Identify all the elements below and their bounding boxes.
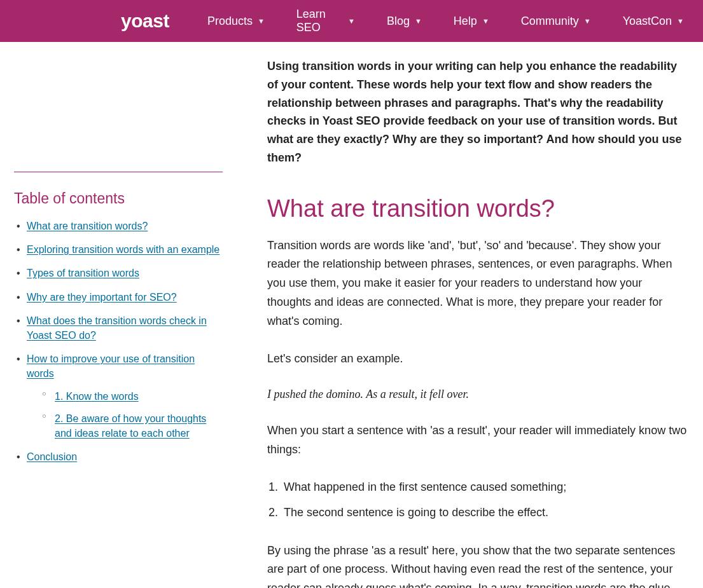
paragraph: By using the phrase 'as a result' here, … [267,542,689,588]
nav-label: Products [207,15,253,28]
toc-subitem: 2. Be aware of how your thoughts and ide… [42,411,223,441]
primary-nav: Products ▼ Learn SEO ▼ Blog ▼ Help ▼ Com… [207,8,684,34]
toc-link-types[interactable]: Types of transition words [27,268,139,278]
toc-link-conclusion[interactable]: Conclusion [27,451,77,462]
nav-label: Learn SEO [296,8,343,34]
nav-label: YoastCon [623,15,672,28]
toc-sublist: 1. Know the words 2. Be aware of how you… [27,389,223,441]
toc-item: What does the transition words check in … [14,313,223,343]
toc-item: Why are they important for SEO? [14,290,223,304]
section-heading: What are transition words? [267,195,689,222]
toc-item: Exploring transition words with an examp… [14,242,223,257]
toc-sidebar: Table of contents What are transition wo… [14,57,223,588]
toc-item: What are transition words? [14,219,223,233]
intro-paragraph: Using transition words in your writing c… [267,57,689,167]
numbered-list: What happened in the first sentence caus… [267,478,689,522]
toc-list: What are transition words? Exploring tra… [14,219,223,464]
nav-blog[interactable]: Blog ▼ [387,8,422,34]
chevron-down-icon: ▼ [677,17,684,25]
page-container: Table of contents What are transition wo… [0,42,703,588]
toc-heading: Table of contents [14,190,223,207]
chevron-down-icon: ▼ [584,17,591,25]
nav-help[interactable]: Help ▼ [454,8,489,34]
toc-link-improve[interactable]: How to improve your use of transition wo… [27,353,195,379]
list-item: The second sentence is going to describe… [281,503,689,523]
nav-yoastcon[interactable]: YoastCon ▼ [623,8,684,34]
toc-item: How to improve your use of transition wo… [14,352,223,441]
toc-link-check[interactable]: What does the transition words check in … [27,315,207,341]
example-sentence: I pushed the domino. As a result, it fel… [267,388,689,401]
nav-community[interactable]: Community ▼ [521,8,591,34]
paragraph: When you start a sentence with 'as a res… [267,421,689,459]
toc-link-know-words[interactable]: 1. Know the words [55,391,139,402]
nav-label: Community [521,15,579,28]
toc-link-what-are[interactable]: What are transition words? [27,221,148,231]
nav-label: Blog [387,15,410,28]
chevron-down-icon: ▼ [482,17,489,25]
chevron-down-icon: ▼ [258,17,265,25]
article-body: Using transition words in your writing c… [267,57,689,588]
chevron-down-icon: ▼ [348,17,355,25]
chevron-down-icon: ▼ [415,17,422,25]
nav-learn-seo[interactable]: Learn SEO ▼ [296,8,355,34]
toc-item: Conclusion [14,449,223,464]
paragraph: Let's consider an example. [267,350,689,369]
toc-item: Types of transition words [14,266,223,280]
site-header: yoast Products ▼ Learn SEO ▼ Blog ▼ Help… [0,0,703,42]
brand-logo[interactable]: yoast [121,10,169,32]
toc-link-be-aware[interactable]: 2. Be aware of how your thoughts and ide… [55,413,206,439]
toc-link-why-seo[interactable]: Why are they important for SEO? [27,292,177,303]
paragraph: Transition words are words like 'and', '… [267,236,689,331]
list-item: What happened in the first sentence caus… [281,478,689,497]
nav-products[interactable]: Products ▼ [207,8,265,34]
toc-subitem: 1. Know the words [42,389,223,404]
toc-divider [14,172,223,172]
toc-link-exploring[interactable]: Exploring transition words with an examp… [27,244,219,255]
nav-label: Help [454,15,477,28]
